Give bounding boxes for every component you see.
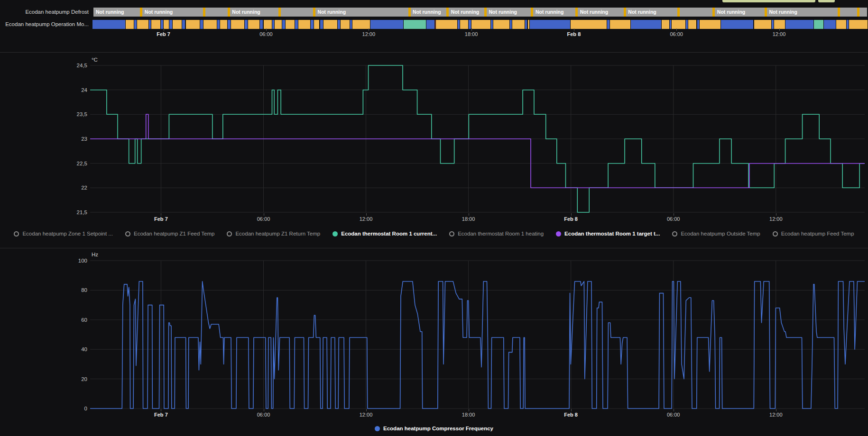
- y-axis-label: 21,5: [77, 209, 87, 215]
- y-axis-label: 0: [84, 406, 87, 411]
- legend-dot-icon: [773, 231, 778, 236]
- axis-tick: [161, 409, 161, 411]
- axis-tick-label: 06:00: [667, 216, 680, 222]
- axis-tick: [264, 213, 264, 216]
- legend-dot-icon: [227, 231, 232, 236]
- y-axis-label: 23,5: [77, 111, 87, 117]
- legend-label: Ecodan heatpump Z1 Feed Temp: [134, 231, 214, 236]
- legend-label: Ecodan heatpump Z1 Return Temp: [235, 231, 320, 236]
- y-axis-label: 40: [81, 346, 87, 352]
- temp-legend-item-1[interactable]: Ecodan heatpump Z1 Feed Temp: [125, 231, 214, 236]
- y-axis-label: 60: [81, 317, 87, 323]
- legend-dot-icon: [449, 231, 454, 236]
- charts-canvas: 24,52423,52322,52221,5°C100806040200Hz: [0, 0, 868, 436]
- history-dashboard: Ecodan heatpump Defrost Not runningNot r…: [0, 0, 868, 436]
- temp-legend-item-7[interactable]: Ecodan heatpump Feed Temp: [773, 231, 854, 236]
- axis-tick: [571, 409, 572, 411]
- axis-tick-label: Feb 8: [564, 216, 578, 222]
- axis-tick-label: 06:00: [257, 216, 270, 222]
- y-axis-label: 23: [81, 136, 87, 142]
- axis-tick-label: 12:00: [360, 216, 373, 222]
- legend-dot-icon: [556, 231, 561, 236]
- axis-tick-label: 06:00: [257, 412, 270, 418]
- axis-tick: [469, 409, 469, 411]
- axis-tick-label: Feb 8: [564, 412, 578, 418]
- legend-dot-icon: [14, 231, 19, 236]
- axis-tick: [776, 409, 776, 411]
- card-divider-2: [0, 248, 868, 248]
- temp-legend-item-6[interactable]: Ecodan heatpump Outside Temp: [672, 231, 760, 236]
- legend-label: Ecodan heatpump Outside Temp: [681, 231, 760, 236]
- y-axis-label: 20: [81, 376, 87, 382]
- y-axis-label: 100: [78, 258, 87, 263]
- temp-legend-item-5[interactable]: Ecodan thermostat Room 1 target t...: [556, 231, 660, 236]
- temp-legend-item-4[interactable]: Ecodan thermostat Room 1 heating: [449, 231, 544, 236]
- legend-label: Ecodan heatpump Feed Temp: [781, 231, 854, 236]
- y-axis-label: 80: [81, 287, 87, 293]
- temp-chart-legend: Ecodan heatpump Zone 1 Setpoint ...Ecoda…: [0, 228, 868, 239]
- axis-tick: [366, 213, 367, 216]
- temp-legend-item-2[interactable]: Ecodan heatpump Z1 Return Temp: [227, 231, 320, 236]
- y-axis-unit: Hz: [92, 252, 98, 257]
- axis-tick-label: 12:00: [769, 412, 783, 418]
- legend-label: Ecodan thermostat Room 1 current...: [341, 231, 437, 236]
- legend-dot-icon: [672, 231, 677, 236]
- y-axis-label: 22: [81, 185, 87, 191]
- axis-tick-label: 06:00: [667, 412, 680, 418]
- axis-tick-label: 18:00: [462, 216, 475, 222]
- temp-legend-item-0[interactable]: Ecodan heatpump Zone 1 Setpoint ...: [14, 231, 113, 236]
- freq-legend-item-0[interactable]: Ecodan heatpump Compressor Frequency: [375, 426, 493, 431]
- axis-tick: [571, 213, 572, 216]
- axis-tick: [674, 213, 674, 216]
- y-axis-label: 22,5: [77, 161, 87, 166]
- legend-dot-icon: [125, 231, 130, 236]
- axis-tick-label: Feb 7: [154, 216, 168, 222]
- axis-tick-label: 12:00: [769, 216, 783, 222]
- axis-tick-label: Feb 7: [154, 412, 168, 418]
- y-axis-label: 24,5: [77, 63, 87, 68]
- axis-tick: [161, 213, 161, 216]
- legend-label: Ecodan heatpump Zone 1 Setpoint ...: [22, 231, 113, 236]
- temp-legend-item-3[interactable]: Ecodan thermostat Room 1 current...: [332, 231, 437, 236]
- axis-tick: [366, 409, 367, 411]
- freq-chart-legend: Ecodan heatpump Compressor Frequency: [0, 423, 868, 434]
- axis-tick: [264, 409, 264, 411]
- axis-tick: [674, 409, 674, 411]
- axis-tick-label: 18:00: [462, 412, 475, 418]
- axis-tick-label: 12:00: [360, 412, 373, 418]
- freq-series-line[interactable]: [90, 282, 865, 409]
- legend-label: Ecodan thermostat Room 1 target t...: [564, 231, 660, 236]
- axis-tick: [776, 213, 776, 216]
- legend-label: Ecodan heatpump Compressor Frequency: [383, 426, 493, 431]
- axis-tick: [469, 213, 469, 216]
- legend-dot-icon: [332, 231, 338, 236]
- legend-label: Ecodan thermostat Room 1 heating: [458, 231, 544, 236]
- y-axis-label: 24: [81, 87, 87, 93]
- y-axis-unit: °C: [92, 57, 98, 63]
- legend-dot-icon: [375, 426, 380, 431]
